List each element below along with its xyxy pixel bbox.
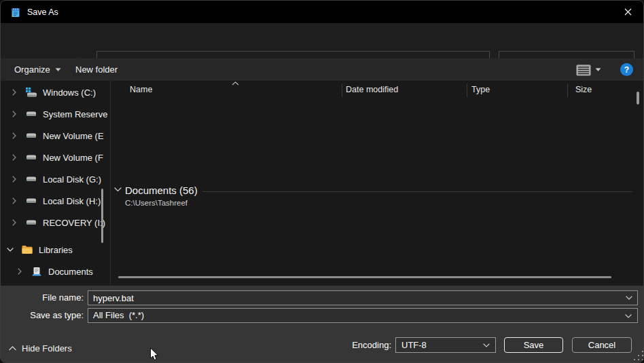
- group-header[interactable]: Documents (56): [125, 185, 198, 196]
- sidebar-item-system-reserved[interactable]: System Reserve: [10, 104, 107, 123]
- help-button[interactable]: ?: [620, 63, 633, 76]
- help-icon: ?: [624, 65, 629, 75]
- sidebar-divider: [110, 81, 111, 286]
- hide-folders-button[interactable]: Hide Folders: [9, 340, 72, 356]
- save-as-dialog: Save As: [0, 0, 644, 363]
- hide-folders-chevron-icon: [9, 346, 16, 351]
- navigation-bar: Libraries Documents: [1, 23, 643, 58]
- file-name-label: File name:: [1, 290, 84, 305]
- expand-chevron-icon[interactable]: [10, 154, 18, 161]
- encoding-select[interactable]: UTF-8: [395, 337, 496, 353]
- organize-label: Organize: [14, 64, 50, 75]
- group-collapse-chevron-icon[interactable]: [114, 187, 122, 192]
- close-button[interactable]: [612, 1, 643, 23]
- encoding-value: UTF-8: [401, 340, 427, 350]
- column-divider[interactable]: [467, 83, 467, 97]
- sidebar-item-label: RECOVERY (I:): [43, 218, 105, 228]
- expand-chevron-icon[interactable]: [10, 89, 18, 96]
- save-button[interactable]: Save: [504, 337, 563, 353]
- sort-asc-icon: [232, 81, 239, 85]
- file-name-input[interactable]: [88, 290, 638, 305]
- folder-icon: [21, 245, 33, 254]
- sidebar-scrollbar-thumb[interactable]: [101, 189, 103, 243]
- drive-icon: [25, 176, 37, 183]
- save-as-type-value: All Files (*.*): [88, 310, 144, 320]
- expand-chevron-icon[interactable]: [16, 268, 24, 275]
- resize-grip-icon[interactable]: [642, 351, 643, 352]
- new-folder-button[interactable]: New folder: [70, 58, 123, 81]
- drive-icon: [25, 154, 37, 161]
- column-divider[interactable]: [567, 83, 568, 97]
- sidebar-item-new-volume-e[interactable]: New Volume (E: [10, 126, 104, 145]
- column-divider[interactable]: [342, 83, 342, 97]
- notepad-icon: [10, 7, 21, 18]
- sidebar-item-new-volume-f[interactable]: New Volume (F: [10, 148, 103, 167]
- sidebar-item-label: Libraries: [39, 245, 73, 255]
- sidebar-item-documents[interactable]: Documents: [16, 262, 93, 281]
- window-title: Save As: [27, 7, 58, 17]
- command-bar: Organize New folder: [1, 58, 643, 81]
- drive-icon: [25, 132, 37, 140]
- windows-drive-icon: [25, 88, 37, 98]
- view-caret-icon: [595, 68, 601, 72]
- sidebar-item-recovery-i[interactable]: RECOVERY (I:): [10, 213, 105, 232]
- organize-caret-icon: [55, 68, 61, 72]
- cancel-button[interactable]: Cancel: [572, 337, 632, 353]
- save-as-type-label: Save as type:: [1, 308, 84, 323]
- sidebar-item-label: Windows (C:): [43, 88, 96, 98]
- group-path: C:\Users\Tashreef: [125, 199, 187, 207]
- sidebar-item-local-disk-h[interactable]: Local Disk (H:): [10, 191, 101, 210]
- change-view-button[interactable]: [573, 62, 604, 78]
- column-header-size[interactable]: Size: [575, 85, 592, 94]
- group-header-rule: [202, 191, 632, 192]
- file-name-combobox: [88, 290, 638, 305]
- sidebar-item-label: Local Disk (H:): [43, 196, 101, 206]
- dropdown-chevron-icon[interactable]: [626, 296, 632, 300]
- documents-library-icon: [31, 267, 43, 277]
- expand-chevron-icon[interactable]: [10, 111, 18, 117]
- sidebar-item-windows-c[interactable]: Windows (C:): [10, 83, 96, 102]
- sidebar-item-label: Documents: [48, 267, 93, 277]
- bottom-panel: File name: Save as type: All Files (*.*)…: [1, 286, 643, 363]
- vertical-scrollbar-thumb[interactable]: [637, 92, 639, 104]
- close-icon: [624, 8, 632, 16]
- encoding-label: Encoding:: [320, 337, 391, 353]
- column-header-name[interactable]: Name: [130, 85, 152, 94]
- column-header-date-modified[interactable]: Date modified: [346, 85, 398, 94]
- expand-chevron-icon[interactable]: [10, 197, 18, 204]
- expand-chevron-icon[interactable]: [10, 219, 18, 226]
- organize-button[interactable]: Organize: [9, 58, 67, 81]
- title-bar: Save As: [1, 1, 643, 23]
- dropdown-chevron-icon: [483, 343, 490, 347]
- sidebar-item-label: Local Disk (G:): [43, 174, 101, 185]
- view-details-icon: [576, 64, 591, 76]
- sidebar-item-libraries[interactable]: Libraries: [6, 240, 73, 259]
- main-area: Windows (C:) System Reserve New Volume (…: [1, 81, 643, 286]
- expand-chevron-icon[interactable]: [10, 132, 18, 139]
- column-header-row: Name Date modified Type Size: [111, 81, 643, 100]
- column-header-type[interactable]: Type: [471, 85, 490, 94]
- drive-icon: [25, 219, 37, 227]
- sidebar-item-local-disk-g[interactable]: Local Disk (G:): [10, 170, 101, 189]
- save-as-type-select[interactable]: All Files (*.*): [88, 308, 638, 323]
- horizontal-scrollbar-thumb[interactable]: [118, 276, 611, 278]
- sidebar-item-label: System Reserve: [43, 109, 107, 119]
- sidebar-item-label: New Volume (E: [43, 131, 104, 141]
- collapse-chevron-icon[interactable]: [6, 248, 14, 252]
- drive-icon: [25, 197, 37, 205]
- drive-icon: [25, 111, 37, 118]
- new-folder-label: New folder: [75, 64, 118, 75]
- hide-folders-label: Hide Folders: [22, 343, 72, 354]
- expand-chevron-icon[interactable]: [10, 176, 18, 183]
- dropdown-chevron-icon: [625, 314, 632, 318]
- sidebar-item-label: New Volume (F: [43, 153, 103, 163]
